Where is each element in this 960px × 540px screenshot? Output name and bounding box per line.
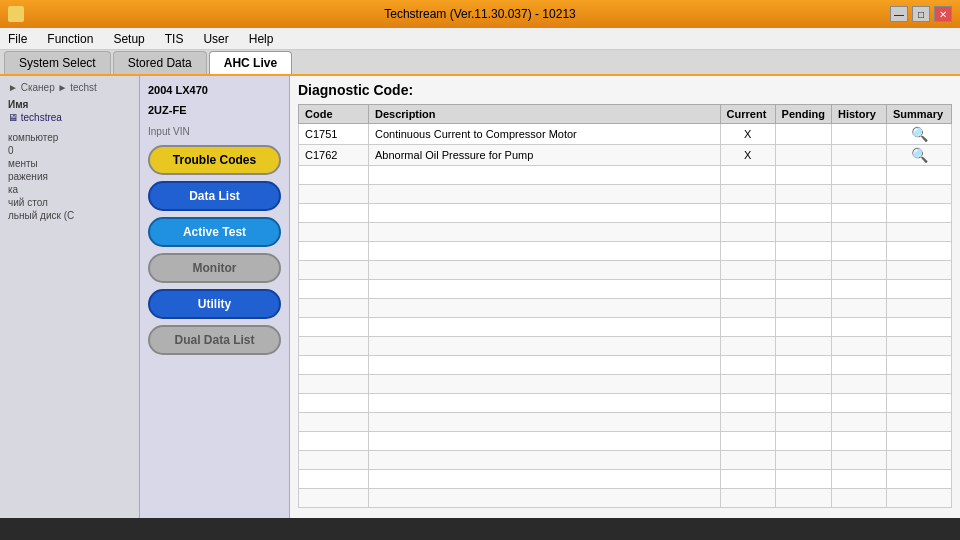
empty-row (299, 375, 952, 394)
empty-row (299, 261, 952, 280)
nav-item-images: ражения (8, 170, 131, 183)
empty-row (299, 166, 952, 185)
diagnostic-title: Diagnostic Code: (298, 82, 952, 98)
utility-button[interactable]: Utility (148, 289, 281, 319)
sidebar: 2004 LX470 2UZ-FE Input VIN Trouble Code… (140, 76, 290, 518)
maximize-button[interactable]: □ (912, 6, 930, 22)
empty-row (299, 470, 952, 489)
menu-tis[interactable]: TIS (161, 30, 188, 48)
menu-function[interactable]: Function (43, 30, 97, 48)
col-header-history: History (832, 105, 887, 124)
input-vin-label: Input VIN (148, 126, 281, 137)
col-header-code: Code (299, 105, 369, 124)
nav-techstrea[interactable]: 🖥 techstrea (8, 112, 131, 123)
window-controls: — □ ✕ (890, 6, 952, 22)
nav-items: компьютер 0 менты ражения ка чий стол ль… (8, 131, 131, 222)
empty-row (299, 413, 952, 432)
col-header-summary: Summary (887, 105, 952, 124)
diagnostic-table: Code Description Current Pending History… (298, 104, 952, 508)
summary-magnifier[interactable]: 🔍 (887, 124, 952, 145)
empty-row (299, 204, 952, 223)
menu-file[interactable]: File (4, 30, 31, 48)
close-button[interactable]: ✕ (934, 6, 952, 22)
monitor-button[interactable]: Monitor (148, 253, 281, 283)
empty-row (299, 185, 952, 204)
menu-bar: File Function Setup TIS User Help (0, 28, 960, 50)
nav-name-label: Имя (8, 99, 131, 110)
menu-help[interactable]: Help (245, 30, 278, 48)
diagnostic-panel: Diagnostic Code: Code Description Curren… (290, 76, 960, 518)
table-row: C1751Continuous Current to Compressor Mo… (299, 124, 952, 145)
empty-row (299, 337, 952, 356)
empty-row (299, 299, 952, 318)
title-bar-text: Techstream (Ver.11.30.037) - 10213 (384, 7, 575, 21)
summary-magnifier[interactable]: 🔍 (887, 145, 952, 166)
nav-item-ka: ка (8, 183, 131, 196)
tab-stored-data[interactable]: Stored Data (113, 51, 207, 74)
empty-row (299, 394, 952, 413)
minimize-button[interactable]: — (890, 6, 908, 22)
table-row: C1762Abnormal Oil Pressure for PumpX🔍 (299, 145, 952, 166)
vehicle-model: 2004 LX470 (148, 84, 281, 96)
menu-user[interactable]: User (199, 30, 232, 48)
vehicle-engine: 2UZ-FE (148, 104, 281, 116)
empty-row (299, 280, 952, 299)
active-test-button[interactable]: Active Test (148, 217, 281, 247)
trouble-codes-button[interactable]: Trouble Codes (148, 145, 281, 175)
col-header-description: Description (369, 105, 721, 124)
title-bar: Techstream (Ver.11.30.037) - 10213 — □ ✕ (0, 0, 960, 28)
empty-row (299, 242, 952, 261)
nav-item-table: чий стол (8, 196, 131, 209)
nav-item-0: 0 (8, 144, 131, 157)
data-list-button[interactable]: Data List (148, 181, 281, 211)
nav-breadcrumb: ► Сканер ► techst (8, 82, 131, 93)
tab-system-select[interactable]: System Select (4, 51, 111, 74)
empty-row (299, 223, 952, 242)
nav-item-menty: менты (8, 157, 131, 170)
nav-item-disk: льный диск (С (8, 209, 131, 222)
tab-bar: System Select Stored Data AHC Live (0, 50, 960, 76)
nav-item-comp: компьютер (8, 131, 131, 144)
empty-row (299, 432, 952, 451)
col-header-pending: Pending (775, 105, 831, 124)
app-icon (8, 6, 24, 22)
empty-row (299, 356, 952, 375)
empty-row (299, 451, 952, 470)
tab-ahc-live[interactable]: AHC Live (209, 51, 292, 74)
empty-row (299, 489, 952, 508)
main-content: ► Сканер ► techst Имя 🖥 techstrea компью… (0, 76, 960, 518)
empty-row (299, 318, 952, 337)
col-header-current: Current (720, 105, 775, 124)
menu-setup[interactable]: Setup (109, 30, 148, 48)
dual-data-list-button[interactable]: Dual Data List (148, 325, 281, 355)
diagnostic-table-wrapper[interactable]: Code Description Current Pending History… (298, 104, 952, 512)
left-sidebar-nav: ► Сканер ► techst Имя 🖥 techstrea компью… (0, 76, 140, 518)
